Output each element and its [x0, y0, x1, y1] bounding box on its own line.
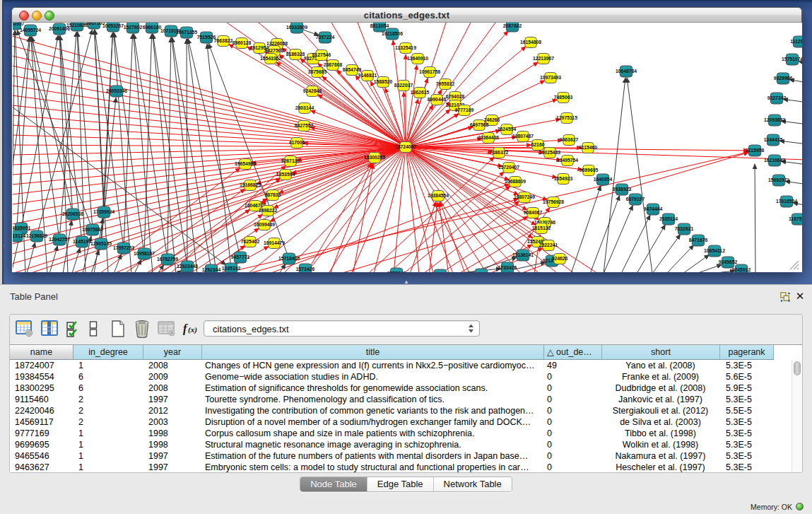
splitpane-handle[interactable]: ▴: [401, 279, 412, 284]
teal-node[interactable]: 2087682: [503, 23, 522, 32]
import-table-icon[interactable]: [158, 320, 176, 340]
teal-node[interactable]: 1573426: [296, 264, 315, 272]
clear-selection-icon[interactable]: [89, 320, 98, 340]
yellow-node[interactable]: 16154808: [520, 37, 541, 48]
table-row[interactable]: 946362711997Embryonic stem cells: a mode…: [10, 462, 802, 472]
yellow-node[interactable]: 3624554: [498, 124, 517, 135]
delete-column-icon[interactable]: [134, 320, 151, 341]
yellow-node[interactable]: 13495754: [557, 156, 578, 166]
yellow-node[interactable]: 18807249: [514, 192, 535, 203]
yellow-node[interactable]: 924626: [552, 254, 568, 264]
network-graph-canvas[interactable]: 2043957140557242009140615210838199371051…: [13, 23, 802, 272]
teal-node[interactable]: 15692971: [768, 175, 789, 186]
tab-node-table[interactable]: Node Table: [300, 477, 367, 491]
teal-node[interactable]: 1678275: [472, 269, 491, 272]
yellow-node[interactable]: 10807487: [512, 132, 534, 142]
teal-node[interactable]: 1673342: [387, 268, 406, 272]
yellow-node[interactable]: 8990448: [428, 95, 447, 105]
yellow-node[interactable]: 1588520: [374, 77, 393, 88]
yellow-node[interactable]: 8186328: [286, 49, 305, 60]
yellow-node[interactable]: 887833: [265, 190, 281, 201]
yellow-node[interactable]: 19654983: [235, 159, 256, 170]
teal-node[interactable]: 16210643: [764, 155, 785, 166]
teal-node[interactable]: 10653267: [102, 23, 124, 32]
yellow-node[interactable]: 15720407: [498, 163, 519, 173]
yellow-node[interactable]: 3875685: [308, 67, 327, 78]
float-window-icon[interactable]: [780, 292, 790, 302]
table-row[interactable]: 1938455462009Genome−wide association stu…: [10, 371, 802, 382]
window-titlebar[interactable]: citations_edges.txt: [12, 8, 801, 23]
teal-node[interactable]: 7632621: [675, 223, 694, 235]
select-all-icon[interactable]: [66, 320, 82, 340]
column-header-out_de[interactable]: △ out_de…: [544, 345, 602, 360]
new-column-icon[interactable]: [110, 320, 126, 341]
scrollbar-thumb[interactable]: [794, 361, 801, 375]
tab-network-table[interactable]: Network Table: [434, 477, 512, 491]
table-row[interactable]: 1872400712008Changes of HCN gene express…: [10, 360, 802, 371]
teal-node[interactable]: 6966160: [143, 23, 162, 33]
yellow-node[interactable]: 19384554: [428, 191, 449, 201]
yellow-node[interactable]: 7386372: [490, 148, 509, 158]
teal-node[interactable]: 1292344: [202, 264, 221, 272]
teal-node[interactable]: 1640954: [594, 174, 613, 185]
teal-node[interactable]: 12905135: [90, 238, 112, 250]
yellow-node[interactable]: 1654923: [554, 174, 573, 185]
teal-node[interactable]: 1145194: [73, 236, 91, 247]
column-header-name[interactable]: name: [10, 345, 73, 360]
table-row[interactable]: 1456911722003Disruption of a novel membe…: [10, 416, 802, 428]
select-columns-icon[interactable]: [41, 320, 59, 340]
teal-node[interactable]: 3215958: [746, 145, 765, 156]
yellow-node[interactable]: 62160: [531, 140, 545, 151]
table-settings-icon[interactable]: [16, 320, 33, 340]
yellow-node[interactable]: 19166825: [240, 180, 261, 191]
function-builder-icon[interactable]: f(x): [182, 320, 203, 340]
table-selector-dropdown[interactable]: citations_edges.txt: [204, 320, 480, 337]
teal-node[interactable]: 10654112: [704, 245, 725, 257]
yellow-node[interactable]: 9699695: [579, 165, 599, 176]
table-panel-close-icon[interactable]: ✕: [794, 291, 806, 302]
tab-edge-table[interactable]: Edge Table: [367, 477, 434, 491]
window-resize-grip[interactable]: [789, 260, 799, 270]
yellow-node[interactable]: 9115460: [579, 143, 597, 153]
yellow-node[interactable]: 8322037: [394, 81, 413, 91]
teal-node[interactable]: 1245192: [222, 263, 241, 272]
table-vertical-scrollbar[interactable]: [792, 360, 802, 472]
yellow-node[interactable]: 12213967: [533, 54, 554, 64]
teal-node[interactable]: 17359924: [93, 206, 114, 218]
table-row[interactable]: 1830029562008Estimation of significance …: [10, 382, 802, 394]
teal-node[interactable]: 1733426: [498, 262, 517, 272]
teal-node[interactable]: 15716485: [278, 253, 300, 264]
yellow-node[interactable]: 2803144: [295, 103, 314, 114]
yellow-node[interactable]: 8960128: [233, 38, 252, 49]
teal-node[interactable]: 7357224: [316, 32, 335, 43]
yellow-node[interactable]: 10961758: [419, 67, 440, 78]
teal-node[interactable]: 16033809: [286, 23, 307, 33]
table-row[interactable]: 946554611997Estimation of the future num…: [10, 450, 802, 462]
column-header-title[interactable]: title: [202, 345, 544, 360]
column-header-pagerank[interactable]: pagerank: [720, 345, 774, 360]
yellow-node[interactable]: 16099489: [254, 220, 275, 230]
column-header-year[interactable]: year: [143, 345, 202, 360]
yellow-node[interactable]: 7955812: [436, 79, 455, 90]
teal-node[interactable]: 9245652: [719, 257, 738, 268]
table-row[interactable]: 969969511998Structural magnetic resonanc…: [10, 439, 802, 450]
teal-node[interactable]: 9474444: [644, 204, 663, 215]
teal-node[interactable]: 8471676: [689, 235, 708, 246]
yellow-node[interactable]: 2867608: [324, 60, 343, 71]
teal-node[interactable]: 9245012: [732, 264, 751, 272]
yellow-node[interactable]: 11325419: [395, 43, 416, 54]
teal-node[interactable]: 12093852: [764, 115, 785, 126]
column-header-short[interactable]: short: [602, 345, 720, 360]
teal-node[interactable]: 1527602: [124, 23, 143, 33]
table-row[interactable]: 911546021997Tourette syndrome. Phenomeno…: [10, 394, 802, 405]
table-row[interactable]: 2242004622012Investigating the contribut…: [10, 405, 802, 416]
teal-node[interactable]: 17016504: [776, 196, 797, 207]
table-row[interactable]: 977716911998Corpus callosum shape and si…: [10, 428, 802, 439]
teal-node[interactable]: 9329966: [774, 73, 793, 84]
yellow-node[interactable]: 12975115: [556, 113, 577, 124]
teal-node[interactable]: 10958107: [134, 248, 155, 259]
yellow-node[interactable]: 7485063: [554, 93, 573, 103]
teal-node[interactable]: 1244415: [764, 134, 783, 146]
teal-node[interactable]: 9227342: [767, 93, 787, 104]
teal-node[interactable]: 1112953: [790, 36, 802, 47]
